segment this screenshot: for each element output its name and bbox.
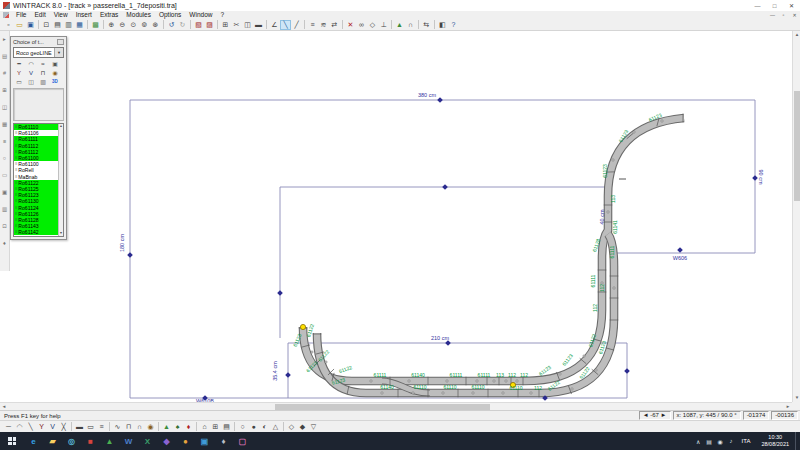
menu-item-options[interactable]: Options	[155, 11, 185, 19]
close-button[interactable]: ✕	[783, 0, 800, 11]
language-indicator[interactable]: ITA	[737, 438, 756, 444]
clock[interactable]: 10:30 28/08/2021	[755, 434, 795, 448]
app-icon-5[interactable]: ▲	[100, 432, 119, 450]
menu-item-insert[interactable]: Insert	[72, 11, 96, 19]
menu-item-window[interactable]: Window	[185, 11, 216, 19]
bottombar-bb-tunnel-icon[interactable]: ∩	[134, 422, 145, 432]
wall-icon[interactable]: ▥	[37, 77, 49, 86]
toolbar-track-plan-icon[interactable]: ≡	[307, 20, 318, 30]
dimension-nodes[interactable]	[127, 97, 758, 401]
toolbar-parts-catalog-icon[interactable]: ▧	[193, 20, 204, 30]
bottombar-bb-dot-icon[interactable]: ●	[248, 422, 259, 432]
bottombar-bb-buffer-icon[interactable]: ▬	[74, 422, 85, 432]
bottombar-bb-tree-icon[interactable]: ♠	[172, 422, 183, 432]
toolbar-connect-track-icon[interactable]: ∞	[356, 20, 367, 30]
scroll-down-arrow[interactable]: ▼	[793, 394, 800, 402]
menu-item-modules[interactable]: Modules	[122, 11, 155, 19]
minimize-button[interactable]: —	[749, 0, 766, 11]
bottombar-bb-down-icon[interactable]: ▽	[308, 422, 319, 432]
tray-chevron-icon[interactable]: ∧	[693, 438, 704, 445]
mdi-minimize-button[interactable]: —	[767, 12, 778, 18]
toolbar-cut-icon[interactable]: ✂	[231, 20, 242, 30]
toolbar-view-3d-icon[interactable]: ◧	[437, 20, 448, 30]
toolbar-convert-icon[interactable]: ⇆	[421, 20, 432, 30]
app-icon-3[interactable]: ◎	[62, 432, 81, 450]
volume-icon[interactable]: ♪	[726, 438, 737, 445]
menu-item-edit[interactable]: Edit	[30, 11, 49, 19]
bottombar-bb-crossing-icon[interactable]: ╳	[58, 422, 69, 432]
toolbar-line-icon[interactable]: ╱	[291, 20, 302, 30]
toolbar-draw-track-icon[interactable]: ╲	[280, 20, 291, 30]
bottombar-bb-diamond-icon[interactable]: ◇	[286, 422, 297, 432]
toolbar-report-icon[interactable]: ▦	[74, 20, 85, 30]
toolbar-tunnel-icon[interactable]: ∩	[405, 20, 416, 30]
toolbar-redo-icon[interactable]: ↻	[177, 20, 188, 30]
toolbar-open-file-icon[interactable]: ▭	[14, 20, 25, 30]
scroll-up-arrow[interactable]: ▲	[793, 31, 800, 39]
toolbar-flip-track-icon[interactable]: ◇	[367, 20, 378, 30]
app-icon-4[interactable]: ■	[81, 432, 100, 450]
straight-track-icon[interactable]: ━	[13, 59, 25, 68]
word-icon[interactable]: W	[119, 432, 138, 450]
bottombar-bb-straight-track-icon[interactable]: ─	[3, 422, 14, 432]
toolbar-zoom-window-icon[interactable]: ⊙	[128, 20, 139, 30]
turnout-left-icon[interactable]: Y	[13, 68, 25, 77]
bottombar-bb-diagonal-track-icon[interactable]: ╲	[25, 422, 36, 432]
bottombar-bb-slope-icon[interactable]: △	[270, 422, 281, 432]
bottombar-bb-bridge-icon[interactable]: ⊓	[123, 422, 134, 432]
turnout-marker[interactable]	[300, 324, 305, 329]
toolbar-help-icon[interactable]: ?	[448, 20, 459, 30]
app-icon-10[interactable]: ▣	[195, 432, 214, 450]
list-scroll-down-arrow[interactable]: ▼	[59, 231, 62, 236]
track-plan-workspace[interactable]: ▸▤#⊞◫▦≡○▭▣▥⊡♦ 380 cm180 cm210 cm35.4 cm9…	[0, 31, 800, 410]
menu-item-help[interactable]: ?	[216, 11, 228, 19]
turntable-icon[interactable]: ◉	[49, 68, 61, 77]
bottombar-bb-terrain-icon[interactable]: ▲	[161, 422, 172, 432]
edge-icon[interactable]: e	[24, 432, 43, 450]
bottombar-bb-turntable-icon[interactable]: ◉	[145, 422, 156, 432]
excel-icon[interactable]: X	[138, 432, 157, 450]
bottombar-bb-half-icon[interactable]: ◐	[259, 422, 270, 432]
app-icon-11[interactable]: ♦	[214, 432, 233, 450]
toolbar-paste-icon[interactable]: ▬	[253, 20, 264, 30]
vertical-scrollbar[interactable]: ▲ ▼	[792, 31, 800, 402]
catalog-icon[interactable]: ▣	[49, 59, 61, 68]
bottombar-bb-house-icon[interactable]: ⌂	[199, 422, 210, 432]
toolbar-track-shift-icon[interactable]: ≋	[318, 20, 329, 30]
curve-track-icon[interactable]: ◠	[25, 59, 37, 68]
show-desktop-button[interactable]	[795, 432, 800, 450]
list-scroll-up-arrow[interactable]: ▲	[59, 124, 62, 129]
file-explorer-icon[interactable]: ▰	[43, 432, 62, 450]
bottombar-bb-curve-track-icon[interactable]: ◠	[14, 422, 25, 432]
bottombar-bb-platform-icon[interactable]: ▭	[85, 422, 96, 432]
vertical-scroll-thumb[interactable]	[794, 91, 800, 201]
menu-item-view[interactable]: View	[50, 11, 72, 19]
bottombar-bb-turnout-right-icon[interactable]: V	[47, 422, 58, 432]
flex-track-icon[interactable]: ≈	[37, 59, 49, 68]
horizontal-scrollbar[interactable]: ◄ ►	[0, 402, 792, 410]
bottombar-bb-table-icon[interactable]: ▤	[221, 422, 232, 432]
plate-icon[interactable]: ▭	[13, 77, 25, 86]
view3d-small-icon[interactable]: 3D	[49, 77, 61, 86]
toolbar-grid-icon[interactable]: ⊞	[220, 20, 231, 30]
scroll-right-arrow[interactable]: ►	[784, 403, 792, 410]
chevron-down-icon[interactable]: ▼	[54, 48, 63, 57]
bottombar-bb-grid-icon[interactable]: ⊞	[210, 422, 221, 432]
panel-title-bar[interactable]: Choice of t...	[11, 37, 66, 46]
toolbar-save-icon[interactable]: ▣	[25, 20, 36, 30]
toolbar-track-swap-icon[interactable]: ⇄	[329, 20, 340, 30]
toolbar-zoom-out-icon[interactable]: ⊖	[117, 20, 128, 30]
track-layout[interactable]	[299, 114, 684, 398]
toolbar-image-icon[interactable]: ▩	[90, 20, 101, 30]
toolbar-print-preview-icon[interactable]: ⊡	[41, 20, 52, 30]
bottombar-bb-solid-diamond-icon[interactable]: ◆	[297, 422, 308, 432]
bottombar-bb-circle-icon[interactable]: ○	[237, 422, 248, 432]
bottombar-bb-signal-icon[interactable]: ♦	[183, 422, 194, 432]
toolbar-zoom-all-icon[interactable]: ⊛	[150, 20, 161, 30]
bottombar-bb-flex-track-icon[interactable]: ∿	[112, 422, 123, 432]
track-plan-canvas[interactable]: 380 cm180 cm210 cm35.4 cm90 cm40 cmW606W…	[0, 31, 792, 402]
scroll-left-arrow[interactable]: ◄	[0, 403, 8, 410]
network-icon[interactable]: ◉	[715, 438, 726, 445]
bridge-icon[interactable]: ⊓	[37, 68, 49, 77]
app-icon-8[interactable]: ◆	[157, 432, 176, 450]
